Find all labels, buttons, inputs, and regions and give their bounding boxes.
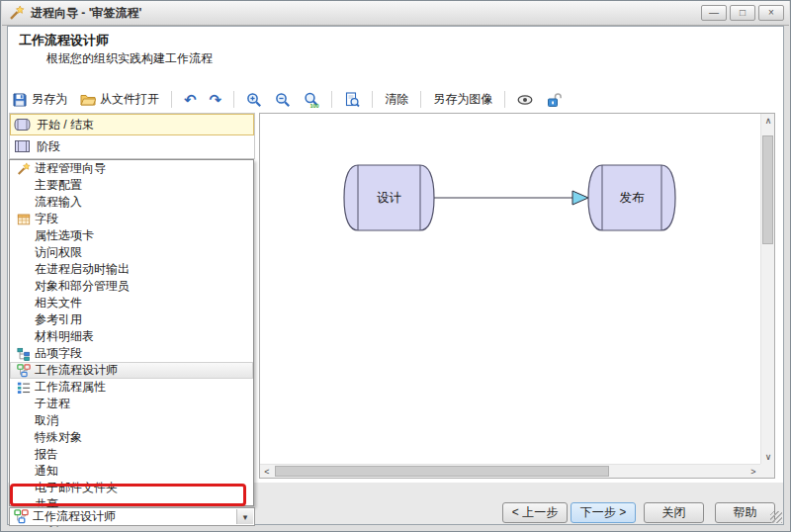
palette-item-stage[interactable]: 阶段 bbox=[10, 135, 254, 157]
toolbar-separator bbox=[372, 91, 373, 108]
save-as-image-button[interactable]: 另存为图像 bbox=[430, 89, 495, 110]
item-fields-icon bbox=[15, 346, 32, 361]
close-button[interactable]: × bbox=[758, 5, 784, 21]
horizontal-scroll-thumb[interactable] bbox=[275, 466, 609, 477]
nav-item-cancel[interactable]: 取消 bbox=[10, 412, 253, 429]
minimize-button[interactable]: — bbox=[701, 5, 727, 21]
palette-item-start-end[interactable]: 开始 / 结束 bbox=[10, 114, 254, 135]
icon-spacer bbox=[15, 245, 32, 260]
nav-item-main-config[interactable]: 主要配置 bbox=[10, 177, 253, 194]
window-title: 进程向导 - '审签流程' bbox=[31, 5, 701, 22]
help-button[interactable]: 帮助 bbox=[715, 502, 775, 523]
nav-item-workflow-designer[interactable]: 工作流程设计师 bbox=[10, 362, 253, 379]
shape-palette: 开始 / 结束 阶段 bbox=[9, 113, 255, 159]
toolbar-separator bbox=[420, 91, 421, 108]
nav-item-bom[interactable]: 材料明细表 bbox=[10, 328, 253, 345]
nav-item-object-admins[interactable]: 对象和部分管理员 bbox=[10, 278, 253, 295]
scroll-left-arrow[interactable]: < bbox=[260, 465, 274, 479]
save-as-label: 另存为 bbox=[32, 91, 67, 108]
horizontal-scrollbar[interactable]: < > bbox=[260, 464, 760, 478]
wand-icon bbox=[9, 5, 25, 21]
visibility-button[interactable] bbox=[514, 90, 536, 110]
zoom-in-button[interactable] bbox=[243, 90, 265, 110]
nav-item-label: 对象和部分管理员 bbox=[35, 278, 130, 295]
zoom-out-button[interactable] bbox=[272, 90, 294, 110]
save-as-button[interactable]: 另存为 bbox=[9, 89, 70, 110]
save-icon bbox=[12, 92, 28, 108]
wand-icon bbox=[15, 161, 32, 176]
nav-item-property-tabs[interactable]: 属性选项卡 bbox=[10, 227, 253, 244]
nav-item-label: 在进程启动时输出 bbox=[35, 261, 130, 278]
nav-item-item-fields[interactable]: 品项字段 bbox=[10, 345, 253, 362]
nav-item-label: 主要配置 bbox=[35, 177, 82, 194]
icon-spacer bbox=[15, 296, 32, 310]
icon-spacer bbox=[15, 464, 32, 479]
palette-item-label: 开始 / 结束 bbox=[37, 117, 94, 133]
nav-item-access-rights[interactable]: 访问权限 bbox=[10, 244, 253, 261]
nav-item-special-objects[interactable]: 特殊对象 bbox=[10, 429, 253, 446]
nav-item-workflow-properties[interactable]: 工作流程属性 bbox=[10, 379, 253, 396]
zoom-out-icon bbox=[275, 92, 291, 108]
unlock-button[interactable] bbox=[543, 90, 565, 110]
icon-spacer bbox=[15, 329, 32, 344]
scroll-down-arrow[interactable]: ∨ bbox=[761, 450, 775, 464]
icon-spacer bbox=[15, 481, 32, 495]
scroll-right-arrow[interactable]: > bbox=[747, 465, 760, 479]
nav-item-references[interactable]: 参考引用 bbox=[10, 311, 253, 328]
nav-item-label: 特殊对象 bbox=[35, 429, 82, 446]
scroll-up-arrow[interactable]: ∧ bbox=[761, 114, 775, 128]
nav-item-related-files[interactable]: 相关文件 bbox=[10, 295, 253, 311]
nav-item-label: 电子邮件文件夹 bbox=[35, 480, 118, 496]
workflow-diagram: 设计 发布 bbox=[260, 114, 760, 463]
nav-item-subprocess[interactable]: 子进程 bbox=[10, 396, 253, 412]
nav-item-fields[interactable]: 字段 bbox=[10, 211, 253, 227]
nav-item-process-wizard[interactable]: 进程管理向导 bbox=[10, 160, 253, 177]
nav-item-label: 报告 bbox=[35, 446, 58, 463]
nav-item-email-folders[interactable]: 电子邮件文件夹 bbox=[10, 480, 253, 496]
zoom-100-button[interactable] bbox=[301, 90, 322, 110]
open-from-file-label: 从文件打开 bbox=[100, 91, 159, 108]
zoom-in-icon bbox=[246, 92, 262, 108]
back-button[interactable]: < 上一步 bbox=[502, 502, 568, 523]
clear-label: 清除 bbox=[385, 91, 408, 108]
toolbar-separator bbox=[171, 91, 172, 108]
next-button[interactable]: 下一步 > bbox=[571, 502, 636, 523]
nav-dropdown-list: 进程管理向导 主要配置 流程输入 字段 属性选项卡 访问权限 在进程启动时输出 … bbox=[9, 159, 254, 506]
nav-item-output-on-start[interactable]: 在进程启动时输出 bbox=[10, 261, 253, 278]
nav-combobox[interactable]: 工作流程设计师 ▾ bbox=[9, 507, 255, 526]
toolbar-separator bbox=[504, 91, 505, 108]
chevron-down-icon[interactable]: ▾ bbox=[236, 509, 253, 524]
nav-item-label: 参考引用 bbox=[35, 311, 82, 328]
workflow-properties-icon bbox=[15, 380, 32, 395]
undo-button[interactable]: ↶ bbox=[181, 90, 200, 110]
workflow-canvas[interactable]: 设计 发布 ∧ ∨ < > bbox=[259, 113, 775, 479]
icon-spacer bbox=[15, 430, 32, 445]
close-dialog-button[interactable]: 关闭 bbox=[644, 502, 704, 523]
nav-item-reports[interactable]: 报告 bbox=[10, 446, 253, 463]
icon-spacer bbox=[15, 178, 32, 193]
resize-grip[interactable] bbox=[770, 511, 782, 523]
redo-button[interactable]: ↷ bbox=[207, 90, 225, 110]
workflow-node-publish[interactable]: 发布 bbox=[588, 165, 675, 230]
open-from-file-button[interactable]: 从文件打开 bbox=[77, 89, 162, 110]
vertical-scroll-thumb[interactable] bbox=[762, 135, 773, 244]
clear-button[interactable]: 清除 bbox=[382, 89, 411, 110]
save-as-image-label: 另存为图像 bbox=[433, 91, 492, 108]
workflow-node-design[interactable]: 设计 bbox=[344, 165, 434, 230]
vertical-scrollbar[interactable]: ∧ ∨ bbox=[760, 114, 774, 464]
nav-item-label: 品项字段 bbox=[35, 345, 82, 362]
maximize-button[interactable]: □ bbox=[730, 5, 755, 21]
preview-button[interactable] bbox=[341, 90, 363, 110]
node-label: 设计 bbox=[377, 191, 402, 205]
nav-item-label: 访问权限 bbox=[35, 244, 82, 261]
nav-item-notifications[interactable]: 通知 bbox=[10, 463, 253, 480]
nav-item-label: 工作流程设计师 bbox=[35, 362, 118, 379]
title-bar[interactable]: 进程向导 - '审签流程' — □ × bbox=[2, 1, 789, 26]
nav-item-flow-input[interactable]: 流程输入 bbox=[10, 194, 253, 211]
node-label: 发布 bbox=[620, 191, 646, 205]
page-subtitle: 根据您的组织实践构建工作流程 bbox=[46, 50, 213, 67]
folder-icon bbox=[80, 92, 96, 108]
nav-item-label: 取消 bbox=[35, 412, 58, 429]
workflow-designer-icon bbox=[15, 363, 32, 378]
preview-icon bbox=[344, 92, 360, 108]
